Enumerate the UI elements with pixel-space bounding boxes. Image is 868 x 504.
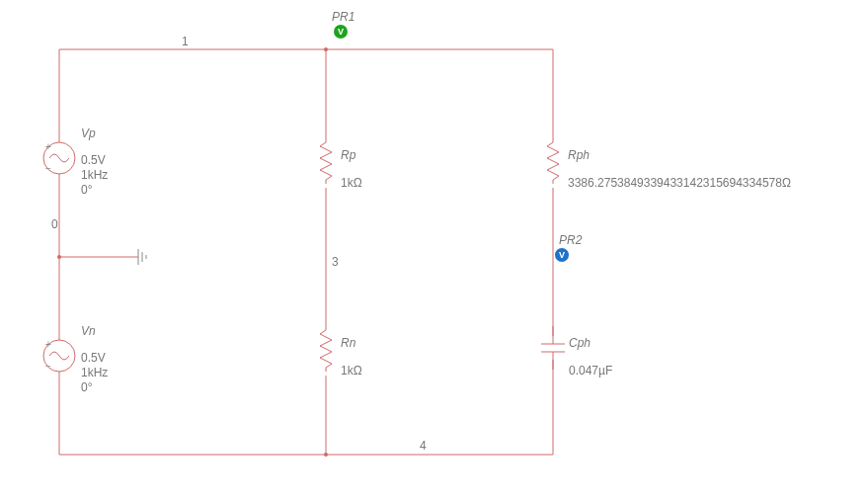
junction-dots	[57, 47, 328, 457]
vp-freq: 1kHz	[81, 168, 108, 182]
resistor-rp[interactable]	[316, 138, 336, 188]
cph-name: Cph	[569, 336, 591, 350]
resistor-rph[interactable]	[543, 138, 563, 188]
rn-value: 1kΩ	[341, 364, 362, 378]
vn-freq: 1kHz	[81, 366, 108, 379]
rph-value: 3386.2753849339433142315694334578Ω	[568, 176, 791, 190]
node-0: 0	[51, 217, 58, 231]
cph-value: 0.047µF	[569, 364, 612, 378]
probe-pr2-icon[interactable]: V	[555, 248, 569, 262]
schematic-canvas[interactable]: + − + −	[0, 0, 868, 504]
vp-amp: 0.5V	[81, 153, 106, 167]
vn-amp: 0.5V	[81, 351, 106, 365]
resistor-rn[interactable]	[316, 326, 336, 376]
svg-point-20	[324, 47, 328, 51]
rph-name: Rph	[568, 148, 590, 162]
vp-phase: 0°	[81, 183, 92, 197]
rn-name: Rn	[341, 336, 355, 350]
rp-value: 1kΩ	[341, 176, 362, 190]
probe-pr1-icon[interactable]: V	[334, 25, 348, 39]
svg-point-21	[324, 453, 328, 457]
probe-pr2-label: PR2	[559, 233, 582, 247]
vn-phase: 0°	[81, 380, 92, 394]
node-3: 3	[332, 255, 339, 269]
rp-name: Rp	[341, 148, 355, 162]
vn-plus: +	[45, 339, 51, 350]
vn-name: Vn	[81, 324, 96, 338]
ground-symbol	[138, 249, 146, 265]
capacitor-cph[interactable]	[541, 326, 565, 370]
vp-name: Vp	[81, 126, 96, 140]
vn-minus: −	[45, 361, 51, 372]
probe-pr1-label: PR1	[332, 10, 355, 24]
node-4: 4	[420, 439, 427, 453]
svg-point-19	[57, 255, 61, 259]
vp-minus: −	[45, 163, 51, 174]
vp-plus: +	[45, 141, 51, 152]
node-1: 1	[182, 35, 189, 48]
